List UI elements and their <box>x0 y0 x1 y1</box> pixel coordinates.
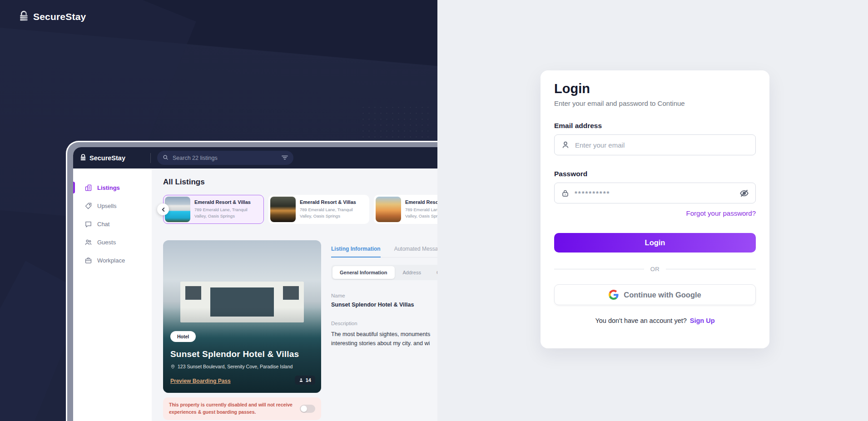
chat-icon <box>84 220 92 228</box>
preview-main: All Listings Emerald Resort & Villas 789… <box>152 168 437 421</box>
subtab-general-information[interactable]: General Information <box>332 266 395 279</box>
sidebar-item-listings[interactable]: Listings <box>73 178 152 197</box>
eye-off-icon[interactable] <box>739 188 749 198</box>
app-preview-window: SecureStay Search 22 listings <box>66 141 437 421</box>
listing-address: 789 Emerald Lane, Tranquil Valley, Oasis… <box>194 207 260 219</box>
person-icon <box>561 140 570 149</box>
listing-card[interactable]: Emerald Resort & Villas 789 Emerald Lane… <box>163 195 264 224</box>
google-button-label: Continue with Google <box>624 291 701 299</box>
listings-carousel: Emerald Resort & Villas 789 Emerald Lane… <box>163 195 437 224</box>
listing-address: 789 Emerald Lane, Tranquil Valley, Oasis… <box>405 207 437 219</box>
google-logo-icon <box>609 290 619 300</box>
listing-address: 789 Emerald Lane, Tranquil Valley, Oasis… <box>300 207 365 219</box>
divider-line <box>554 269 644 269</box>
hero-panel: SecureStay SecureStay <box>0 0 437 421</box>
forgot-password-link[interactable]: Forgot your password? <box>554 209 756 217</box>
login-panel: Login Enter your email and password to C… <box>437 0 868 421</box>
search-placeholder: Search 22 listings <box>173 155 278 161</box>
email-label: Email address <box>554 122 756 130</box>
sidebar-label: Chat <box>97 221 109 228</box>
brand-logo: SecureStay <box>18 10 86 23</box>
sidebar-label: Upsells <box>97 203 117 209</box>
brand-name: SecureStay <box>33 11 86 22</box>
listing-title: Emerald Resort & Villas <box>194 199 260 205</box>
property-disabled-notice: This property is currently disabled and … <box>163 397 321 420</box>
carousel-prev-button[interactable] <box>157 203 169 215</box>
guest-count: 14 <box>306 377 311 383</box>
all-listings-heading: All Listings <box>163 178 437 187</box>
description-label: Description <box>331 321 437 326</box>
building-icon <box>84 184 92 192</box>
tag-icon <box>84 202 92 210</box>
listing-thumbnail <box>376 197 401 222</box>
person-icon <box>299 378 303 382</box>
guest-count-badge: 14 <box>295 376 315 385</box>
photo-shade <box>163 240 321 393</box>
listing-title: Emerald Resort & Villas <box>405 199 437 205</box>
listing-title: Emerald Resort & Villas <box>300 199 365 205</box>
preview-search-input[interactable]: Search 22 listings <box>157 151 293 165</box>
or-divider: OR <box>554 266 756 272</box>
subtab-address[interactable]: Address <box>396 266 428 279</box>
email-field-wrapper <box>554 134 756 155</box>
password-label: Password <box>554 170 756 178</box>
property-address: 123 Sunset Boulevard, Serenity Cove, Par… <box>178 364 293 369</box>
login-card: Login Enter your email and password to C… <box>541 70 769 348</box>
topbar-divider <box>150 153 151 163</box>
preview-brand-logo: SecureStay <box>79 154 150 163</box>
listing-card[interactable]: Emerald Resort & Villas 789 Emerald Lane… <box>268 195 369 224</box>
or-text: OR <box>650 266 660 272</box>
name-value: Sunset Splendor Hotel & Villas <box>331 302 437 308</box>
listing-info-panel: Listing Information Automated Message Ge… <box>331 240 437 420</box>
preview-topbar: SecureStay Search 22 listings <box>73 147 437 168</box>
divider-line <box>666 269 756 269</box>
lock-icon <box>561 189 570 198</box>
password-field-wrapper <box>554 183 756 203</box>
tab-automated-message[interactable]: Automated Message <box>394 246 437 257</box>
search-icon <box>163 154 169 162</box>
subtab-group: General Information Address Check-In <box>331 265 437 280</box>
property-title: Sunset Splendor Hotel & Villas <box>170 349 299 359</box>
login-title: Login <box>554 81 756 96</box>
notice-text: This property is currently disabled and … <box>169 401 294 416</box>
google-signin-button[interactable]: Continue with Google <box>554 284 756 305</box>
preview-sidebar: Listings Upsells Chat Guests <box>73 168 152 421</box>
sidebar-label: Guests <box>97 239 116 246</box>
password-input[interactable] <box>575 189 734 197</box>
location-pin-icon <box>170 364 175 369</box>
listing-thumbnail <box>270 197 296 222</box>
people-icon <box>84 238 92 246</box>
sidebar-label: Listings <box>97 184 120 191</box>
sidebar-item-chat[interactable]: Chat <box>73 215 152 233</box>
tab-listing-information[interactable]: Listing Information <box>331 246 381 258</box>
subtab-check-in[interactable]: Check-In <box>429 266 437 279</box>
description-text: The most beautiful sightes, monuments <box>331 330 437 339</box>
sidebar-item-guests[interactable]: Guests <box>73 233 152 251</box>
sidebar-item-upsells[interactable]: Upsells <box>73 197 152 215</box>
chevron-left-icon <box>161 208 165 212</box>
signup-prompt: You don't have an account yet? <box>595 317 686 324</box>
property-photo-card: Hotel Sunset Splendor Hotel & Villas 123… <box>163 240 321 393</box>
preview-brand-name: SecureStay <box>89 154 125 162</box>
signup-link[interactable]: Sign Up <box>690 317 715 324</box>
email-input[interactable] <box>575 141 749 149</box>
sidebar-item-workplace[interactable]: Workplace <box>73 251 152 269</box>
login-subtitle: Enter your email and password to Continu… <box>554 99 756 107</box>
listing-card[interactable]: Emerald Resort & Villas 789 Emerald Lane… <box>374 195 437 224</box>
preview-boarding-pass-link[interactable]: Preview Boarding Pass <box>170 378 231 384</box>
name-label: Name <box>331 293 437 298</box>
filter-icon[interactable] <box>282 154 288 162</box>
login-button[interactable]: Login <box>554 233 756 253</box>
property-type-badge: Hotel <box>170 331 196 342</box>
sidebar-label: Workplace <box>97 257 125 264</box>
lock-icon <box>79 154 87 163</box>
description-text: interesting stories about my city. and w… <box>331 339 437 348</box>
lock-icon <box>18 10 30 23</box>
briefcase-icon <box>84 257 92 264</box>
property-enabled-toggle[interactable] <box>300 405 315 413</box>
